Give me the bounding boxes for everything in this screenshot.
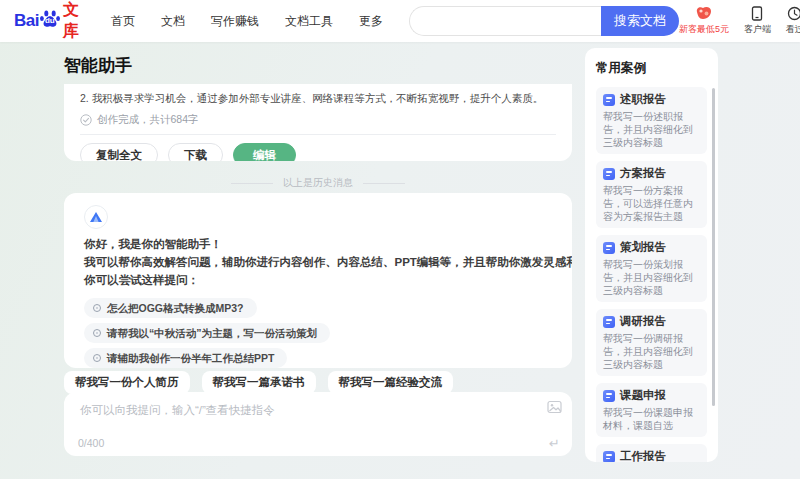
download-button[interactable]: 下载 (168, 143, 223, 161)
document-icon (603, 242, 615, 254)
promo-label: 新客最低5元 (679, 23, 729, 36)
promo-icon (694, 6, 714, 21)
chat-input-box: 0/400 ↵ (64, 392, 572, 456)
case-item-research-report[interactable]: 调研报告 帮我写一份调研报告，并且内容细化到三级内容标题 (596, 309, 707, 376)
creation-status: 创作完成，共计684字 (80, 113, 556, 127)
action-button-row: 复制全文 下载 编辑 (80, 143, 556, 161)
send-enter-icon[interactable]: ↵ (549, 436, 560, 451)
suggestion-chip-ogg-mp3[interactable]: 怎么把OGG格式转换成MP3? (84, 298, 257, 318)
copy-full-text-button[interactable]: 复制全文 (80, 143, 158, 161)
assistant-message-card: 你好，我是你的智能助手！ 我可以帮你高效解答问题，辅助你进行内容创作、内容总结、… (64, 193, 572, 368)
suggestion-chip-halfyear-ppt[interactable]: 请辅助我创作一份半年工作总结PPT (84, 348, 287, 368)
card-divider (80, 134, 556, 135)
baidu-wenku-logo[interactable]: Bai du 文库 (14, 0, 79, 42)
history-result-card: 2. 我积极寻求学习机会，通过参加外部专业讲座、网络课程等方式，不断拓宽视野，提… (64, 84, 572, 161)
assistant-greeting: 你好，我是你的智能助手！ (84, 235, 552, 253)
quick-prompt-experience[interactable]: 帮我写一篇经验交流 (328, 371, 454, 394)
document-icon (603, 94, 615, 106)
case-desc: 帮我写一份策划报告，并且内容细化到三级内容标题 (603, 258, 700, 297)
case-desc: 帮我写一份调研报告，并且内容细化到三级内容标题 (603, 332, 700, 371)
history-divider-text: 以上是历史消息 (283, 176, 353, 190)
logo-du-text: du (45, 16, 55, 25)
assistant-intro: 我可以帮你高效解答问题，辅助你进行内容创作、内容总结、PPT编辑等，并且帮助你激… (84, 253, 552, 271)
sidebar-title: 常用案例 (596, 60, 707, 77)
case-item-debrief-report[interactable]: 述职报告 帮我写一份述职报告，并且内容细化到三级内容标题 (596, 87, 707, 154)
top-header: Bai du 文库 首页 文档 写作赚钱 文档工具 更多 搜索文档 (0, 0, 800, 42)
edit-button[interactable]: 编辑 (233, 143, 296, 161)
page-title: 智能助手 (64, 54, 132, 77)
suggestion-bullet-icon (93, 329, 101, 337)
client-entry[interactable]: 客户端 (744, 6, 771, 36)
main-nav: 首页 文档 写作赚钱 文档工具 更多 (111, 13, 383, 30)
sidebar-scrollbar[interactable] (712, 88, 715, 406)
image-upload-icon[interactable] (547, 400, 562, 418)
divider-line-right (363, 183, 405, 184)
promo-entry[interactable]: 新客最低5元 (679, 6, 729, 36)
header-right-group: 新客最低5元 客户端 看过 (679, 6, 800, 36)
case-desc: 帮我写一份述职报告，并且内容细化到三级内容标题 (603, 110, 700, 149)
search-input[interactable] (409, 6, 601, 36)
common-cases-panel: 常用案例 述职报告 帮我写一份述职报告，并且内容细化到三级内容标题 方案报告 帮… (585, 48, 718, 462)
baidu-paw-icon: du (38, 7, 62, 31)
logo-bai-text: Bai (14, 11, 39, 31)
clock-icon (787, 6, 800, 21)
case-item-project-application[interactable]: 课题申报 帮我写一份课题申报材料，课题自选 (596, 383, 707, 437)
char-counter: 0/400 (78, 437, 104, 449)
nav-item-more[interactable]: 更多 (359, 13, 383, 30)
case-title: 调研报告 (620, 314, 666, 329)
case-desc: 帮我写一份课题申报材料，课题自选 (603, 406, 700, 432)
document-icon (603, 390, 615, 402)
logo-wenku-text: 文库 (63, 0, 79, 42)
divider-line-left (231, 183, 273, 184)
quick-prompt-resume[interactable]: 帮我写一份个人简历 (64, 371, 190, 394)
suggestion-chip-midautumn-plan[interactable]: 请帮我以“中秋活动”为主题，写一份活动策划 (84, 323, 330, 343)
search-bar: 搜索文档 (409, 6, 679, 36)
creation-status-text: 创作完成，共计684字 (97, 113, 199, 127)
case-item-proposal-report[interactable]: 方案报告 帮我写一份方案报告，可以选择任意内容为方案报告主题 (596, 161, 707, 228)
assistant-message: 你好，我是你的智能助手！ 我可以帮你高效解答问题，辅助你进行内容创作、内容总结、… (84, 235, 552, 289)
document-icon (603, 451, 615, 463)
case-title: 策划报告 (620, 240, 666, 255)
nav-item-docs[interactable]: 文档 (161, 13, 185, 30)
check-circle-icon (80, 114, 92, 126)
case-title: 课题申报 (620, 388, 666, 403)
assistant-avatar (84, 205, 108, 229)
assistant-hint: 你可以尝试这样提问： (84, 271, 552, 289)
quick-prompt-row: 帮我写一份个人简历 帮我写一篇承诺书 帮我写一篇经验交流 (64, 371, 453, 394)
suggestion-list: 怎么把OGG格式转换成MP3? 请帮我以“中秋活动”为主题，写一份活动策划 请辅… (84, 293, 552, 368)
quick-prompt-commitment[interactable]: 帮我写一篇承诺书 (202, 371, 316, 394)
mobile-client-icon (750, 6, 764, 21)
suggestion-bullet-icon (93, 354, 101, 362)
suggestion-bullet-icon (93, 304, 101, 312)
viewed-label: 看过 (786, 23, 800, 36)
nav-item-home[interactable]: 首页 (111, 13, 135, 30)
case-item-work-report[interactable]: 工作报告 帮我写一份工作报告，工作类型随机 (596, 444, 707, 462)
nav-item-doc-tools[interactable]: 文档工具 (285, 13, 333, 30)
case-desc: 帮我写一份方案报告，可以选择任意内容为方案报告主题 (603, 184, 700, 223)
viewed-entry[interactable]: 看过 (786, 6, 800, 36)
history-divider: 以上是历史消息 (64, 176, 572, 190)
nav-item-write-earn[interactable]: 写作赚钱 (211, 13, 259, 30)
chat-input[interactable] (78, 401, 518, 431)
search-button[interactable]: 搜索文档 (601, 6, 679, 36)
document-icon (603, 168, 615, 180)
case-item-planning-report[interactable]: 策划报告 帮我写一份策划报告，并且内容细化到三级内容标题 (596, 235, 707, 302)
document-icon (603, 316, 615, 328)
history-excerpt-text: 2. 我积极寻求学习机会，通过参加外部专业讲座、网络课程等方式，不断拓宽视野，提… (80, 91, 556, 105)
case-title: 方案报告 (620, 166, 666, 181)
case-title: 工作报告 (620, 449, 666, 462)
assistant-logo-icon (89, 211, 103, 223)
client-label: 客户端 (744, 23, 771, 36)
case-title: 述职报告 (620, 92, 666, 107)
